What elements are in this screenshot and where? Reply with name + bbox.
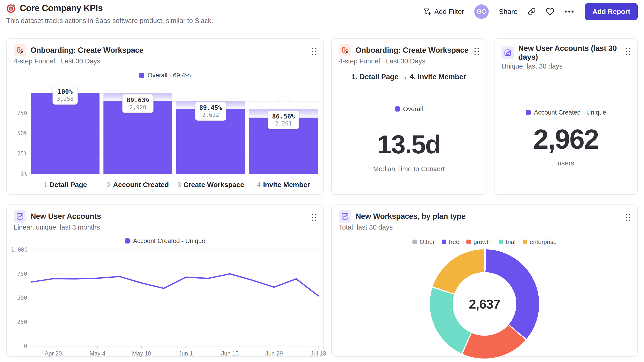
line-chart-area: 1,0007505002500Apr 20May 4May 18Jun 1Jun… <box>7 245 323 357</box>
funnel-y-tick: 0% <box>13 171 27 177</box>
funnel-x-label: 1Detail Page <box>43 181 87 189</box>
funnel-x-label: 4Invite Member <box>257 181 310 189</box>
metric-value: 13.5d <box>332 131 486 158</box>
copy-link-button[interactable] <box>528 8 536 15</box>
funnel-report-icon <box>339 44 351 56</box>
share-button[interactable]: Share <box>499 8 518 15</box>
line-y-tick: 1,000 <box>11 247 27 253</box>
card-time-to-convert: Onboarding: Create Workspace 4-step Funn… <box>331 38 486 195</box>
funnel-bar-label[interactable]: 86.56% 2,261 <box>268 111 299 129</box>
card-subtitle: 4-step Funnel · Last 30 Days <box>332 56 486 69</box>
donut-legend: Other free growth trial enterprise <box>332 239 637 245</box>
legend-swatch <box>442 240 446 244</box>
page-title: Core Company KPIs <box>20 3 103 13</box>
avatar[interactable]: GC <box>474 4 489 19</box>
legend-label[interactable]: Overall · 69.4% <box>148 72 191 79</box>
insights-report-icon <box>502 46 514 59</box>
line-series[interactable] <box>28 247 319 350</box>
card-title: New Workspaces, by plan type <box>356 212 466 221</box>
card-subtitle: Linear, unique, last 3 months <box>7 223 323 235</box>
legend-swatch <box>124 238 130 244</box>
favorite-button[interactable] <box>546 7 554 16</box>
legend-swatch <box>523 240 527 244</box>
funnel-step-count: 3,258 <box>57 96 74 102</box>
donut-legend-item[interactable]: trial <box>499 238 516 246</box>
insights-report-icon <box>14 210 26 223</box>
share-label: Share <box>499 8 518 15</box>
card-subtitle: 4-step Funnel · Last 30 Days <box>7 56 323 69</box>
line-y-tick: 0 <box>11 343 27 350</box>
funnel-step-count: 2,261 <box>272 120 295 127</box>
legend-label[interactable]: Account Created - Unique <box>534 109 606 116</box>
more-menu-button[interactable]: ••• <box>564 8 575 15</box>
line-y-tick: 750 <box>11 271 27 277</box>
drag-handle-icon[interactable] <box>626 214 630 221</box>
card-new-user-accounts-trend: New User Accounts Linear, unique, last 3… <box>6 204 324 357</box>
card-title: Onboarding: Create Workspace <box>356 46 468 55</box>
funnel-bar-label[interactable]: 89.63% 2,920 <box>122 94 154 113</box>
funnel-x-label: 2Account Created <box>107 181 169 189</box>
card-onboarding-funnel: Onboarding: Create Workspace 4-step Funn… <box>6 38 324 195</box>
add-filter-button[interactable]: Add Filter <box>423 7 464 16</box>
card-title: Onboarding: Create Workspace <box>30 46 144 55</box>
heart-icon <box>546 7 554 16</box>
line-y-tick: 500 <box>11 295 27 301</box>
line-x-tick: May 18 <box>132 350 151 357</box>
target-icon <box>6 3 16 13</box>
funnel-step-percent: 100% <box>57 88 74 95</box>
donut-hole: 2,637 <box>453 272 516 336</box>
card-title: New User Accounts <box>30 212 101 221</box>
legend-label: Other <box>420 238 435 246</box>
drag-handle-icon[interactable] <box>626 48 630 55</box>
funnel-y-tick: 50% <box>13 130 27 137</box>
funnel-bar-label[interactable]: 100% 3,258 <box>52 86 78 105</box>
funnel-bar-label[interactable]: 89.45% 2,612 <box>195 102 226 121</box>
legend-swatch <box>499 240 503 244</box>
insights-report-icon <box>339 210 351 223</box>
funnel-step-percent: 89.63% <box>126 96 149 104</box>
donut-total: 2,637 <box>469 297 500 312</box>
legend-label[interactable]: Account Created - Unique <box>133 237 205 245</box>
funnel-x-label: 3Create Workspace <box>177 181 244 189</box>
funnel-step-percent: 86.56% <box>272 113 295 120</box>
ellipsis-icon: ••• <box>564 8 575 15</box>
link-icon <box>528 8 536 15</box>
funnel-step-percent: 89.45% <box>199 104 222 111</box>
donut-legend-item[interactable]: Other <box>412 238 435 246</box>
donut-legend-item[interactable]: free <box>442 238 460 246</box>
legend-swatch <box>139 73 144 78</box>
card-subtitle: Unique, last 30 days <box>494 61 637 74</box>
line-x-tick: Jun 15 <box>221 350 238 357</box>
donut-legend-item[interactable]: growth <box>466 238 492 246</box>
drag-handle-icon[interactable] <box>474 48 479 55</box>
funnel-report-icon <box>14 44 26 56</box>
drag-handle-icon[interactable] <box>312 48 316 55</box>
card-new-user-accounts-30d: New User Accounts (last 30 days) Unique,… <box>494 38 638 195</box>
legend-label: free <box>449 238 460 246</box>
funnel-range-label: 1. Detail Page → 4. Invite Member <box>332 69 486 85</box>
metric-value: 2,962 <box>494 125 637 154</box>
add-filter-label: Add Filter <box>434 8 464 15</box>
line-x-tick: May 4 <box>90 350 105 357</box>
donut-chart[interactable]: 2,637 <box>430 249 539 359</box>
funnel-step-count: 2,920 <box>126 104 149 111</box>
add-report-button[interactable]: Add Report <box>585 3 638 20</box>
card-workspaces-by-plan: New Workspaces, by plan type Total, last… <box>331 204 638 357</box>
funnel-y-tick: 75% <box>13 110 27 116</box>
funnel-y-tick: 25% <box>13 150 27 157</box>
drag-handle-icon[interactable] <box>312 214 316 221</box>
donut-legend-item[interactable]: enterprise <box>523 238 557 246</box>
legend-swatch <box>466 240 471 244</box>
legend-swatch <box>395 106 400 111</box>
funnel-step-count: 2,612 <box>199 112 222 118</box>
legend-label: growth <box>474 238 492 246</box>
card-subtitle: Total, last 30 days <box>332 223 637 235</box>
legend-label[interactable]: Overall <box>403 105 423 113</box>
metric-caption: Median Time to Convert <box>332 165 486 173</box>
filter-plus-icon <box>423 7 432 16</box>
legend-swatch <box>412 240 417 244</box>
line-x-tick: Jun 29 <box>265 350 283 357</box>
line-x-tick: Jul 13 <box>310 350 326 357</box>
topbar: Core Company KPIs This dataset tracks ac… <box>0 0 644 35</box>
funnel-chart-area: 75%50%25%0% 100% 3,258 1Detail Page 89.6… <box>7 80 323 189</box>
